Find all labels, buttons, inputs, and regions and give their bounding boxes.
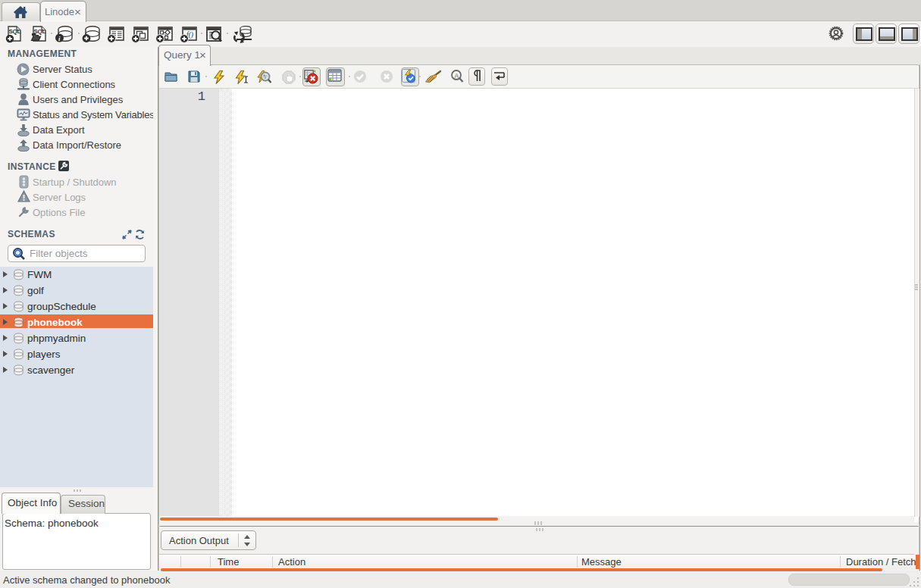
svg-text:A: A <box>455 72 459 80</box>
svg-text:SQL: SQL <box>9 28 21 35</box>
